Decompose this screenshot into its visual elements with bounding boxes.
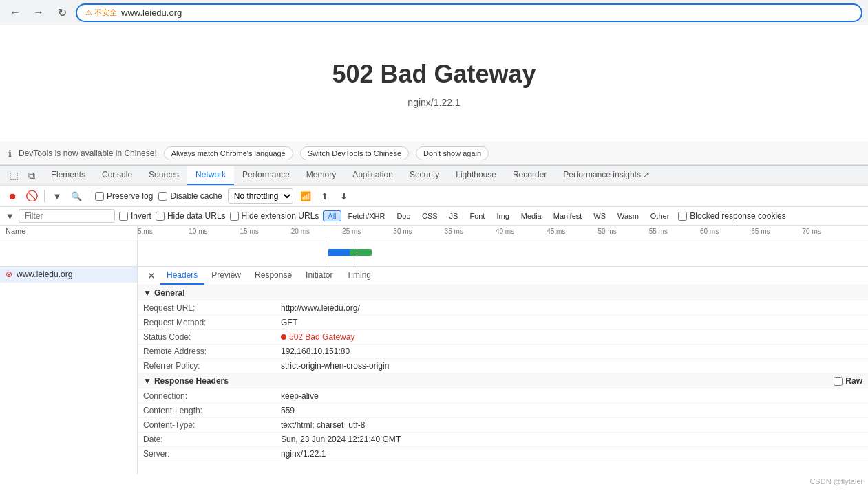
status-dot (281, 334, 286, 340)
prop-name-content-length: Content-Length: (143, 406, 281, 415)
detail-tab-initiator[interactable]: Initiator (299, 267, 339, 285)
detail-tab-timing[interactable]: Timing (339, 267, 378, 285)
prop-name-date: Date: (143, 435, 281, 444)
close-detail-button[interactable]: ✕ (143, 269, 160, 283)
import-btn[interactable]: ⬆ (318, 189, 332, 203)
blocked-cookies-label[interactable]: Blocked response cookies (678, 211, 785, 221)
name-column-header: Name (0, 226, 138, 239)
filter-type-wasm[interactable]: Wasm (613, 210, 644, 221)
hide-extension-urls-checkbox[interactable] (230, 212, 239, 221)
request-list: ⊗ www.leiedu.org (0, 267, 138, 474)
prop-value-content-type: text/html; charset=utf-8 (281, 420, 862, 430)
tick-35ms: 35 ms (445, 228, 463, 235)
prop-value-date: Sun, 23 Jun 2024 12:21:40 GMT (281, 435, 862, 444)
filter-type-media[interactable]: Media (516, 210, 547, 221)
hide-extension-urls-label[interactable]: Hide extension URLs (230, 211, 319, 221)
detail-tab-preview[interactable]: Preview (204, 267, 248, 285)
prop-value-url: http://www.leiedu.org/ (281, 303, 862, 313)
raw-text: Raw (845, 376, 862, 386)
network-toolbar: ⏺ 🚫 ▼ 🔍 Preserve log Disable cache No th… (0, 186, 868, 207)
raw-label[interactable]: Raw (834, 376, 862, 386)
timeline-marker-2 (357, 241, 357, 265)
general-title: General (154, 288, 185, 298)
tab-application[interactable]: Application (344, 166, 401, 185)
filter-type-font[interactable]: Font (465, 210, 489, 221)
blocked-cookies-checkbox[interactable] (678, 212, 687, 221)
tab-recorder[interactable]: Recorder (505, 166, 555, 185)
back-button[interactable]: ← (6, 3, 25, 22)
request-item-name: www.leiedu.org (17, 270, 72, 279)
filter-type-css[interactable]: CSS (417, 210, 443, 221)
page-content: 502 Bad Gateway nginx/1.22.1 (0, 25, 868, 142)
tab-console[interactable]: Console (94, 166, 140, 185)
forward-button[interactable]: → (29, 3, 48, 22)
filter-type-ws[interactable]: WS (589, 210, 611, 221)
clear-button[interactable]: 🚫 (25, 189, 39, 203)
prop-name-referrer: Referrer Policy: (143, 361, 281, 371)
disable-cache-checkbox[interactable] (158, 192, 167, 201)
tab-performance[interactable]: Performance (234, 166, 298, 185)
preserve-log-label[interactable]: Preserve log (95, 191, 153, 201)
tab-performance-insights[interactable]: Performance insights ↗ (555, 166, 658, 185)
tab-network[interactable]: Network (187, 166, 234, 185)
hide-data-urls-label[interactable]: Hide data URLs (156, 211, 226, 221)
device-icon-btn[interactable]: ⧉ (23, 167, 40, 184)
filter-type-img[interactable]: Img (491, 210, 514, 221)
prop-value-connection: keep-alive (281, 391, 862, 401)
preserve-log-text: Preserve log (107, 191, 153, 201)
prop-row-remote: Remote Address: 192.168.10.151:80 (138, 345, 868, 359)
filter-type-manifest[interactable]: Manifest (549, 210, 587, 221)
preserve-log-checkbox[interactable] (95, 192, 104, 201)
export-btn[interactable]: ⬇ (337, 189, 351, 203)
request-panel: ⊗ www.leiedu.org ✕ Headers Preview Respo… (0, 267, 868, 474)
filter-type-js[interactable]: JS (445, 210, 463, 221)
tab-memory[interactable]: Memory (298, 166, 344, 185)
separator-2 (89, 190, 89, 202)
tab-elements[interactable]: Elements (43, 166, 94, 185)
tab-sources[interactable]: Sources (140, 166, 187, 185)
hide-extension-urls-text: Hide extension URLs (242, 211, 319, 221)
response-headers-section-header: ▼ Response Headers Raw (138, 373, 868, 389)
disable-cache-label[interactable]: Disable cache (158, 191, 222, 201)
inspect-icon-btn[interactable]: ⬚ (6, 167, 22, 184)
record-button[interactable]: ⏺ (6, 189, 19, 203)
timeline-name-spacer (0, 239, 138, 266)
prop-name-content-type: Content-Type: (143, 420, 281, 430)
filter-type-fetchxhr[interactable]: Fetch/XHR (343, 210, 390, 221)
tick-65ms: 65 ms (751, 228, 770, 235)
filter-icon-btn[interactable]: ▼ (50, 189, 64, 203)
throttle-select[interactable]: No throttling (228, 188, 293, 204)
hide-data-urls-checkbox[interactable] (156, 212, 165, 221)
security-warning: ⚠ 不安全 (85, 8, 117, 18)
prop-value-referrer: strict-origin-when-cross-origin (281, 361, 862, 371)
timeline-marker-1 (328, 241, 328, 265)
banner-btn-language[interactable]: Always match Chrome's language (164, 146, 293, 160)
filter-type-other[interactable]: Other (646, 210, 675, 221)
timeline-header-row: Name 5 ms 10 ms 15 ms 20 ms 25 ms 30 ms … (0, 226, 868, 239)
request-item-leiedu[interactable]: ⊗ www.leiedu.org (0, 267, 137, 283)
search-icon-btn[interactable]: 🔍 (70, 189, 83, 203)
online-icon-btn[interactable]: 📶 (299, 189, 313, 203)
refresh-button[interactable]: ↻ (52, 3, 72, 22)
address-bar[interactable]: ⚠ 不安全 www.leiedu.org (76, 3, 862, 22)
filter-type-doc[interactable]: Doc (392, 210, 415, 221)
timeline-bar-area (0, 239, 868, 267)
tab-lighthouse[interactable]: Lighthouse (447, 166, 505, 185)
filter-icon: ▼ (6, 211, 14, 221)
detail-panel: ✕ Headers Preview Response Initiator Tim… (138, 267, 868, 474)
filter-type-all[interactable]: All (323, 210, 341, 221)
tick-40ms: 40 ms (496, 228, 514, 235)
response-headers-section-body: Connection: keep-alive Content-Length: 5… (138, 389, 868, 461)
invert-checkbox[interactable] (119, 212, 128, 221)
detail-tab-headers[interactable]: Headers (160, 267, 204, 285)
banner-btn-switch[interactable]: Switch DevTools to Chinese (300, 146, 409, 160)
prop-name-method: Request Method: (143, 318, 281, 327)
banner-btn-dismiss[interactable]: Don't show again (416, 146, 489, 160)
detail-tab-response[interactable]: Response (248, 267, 299, 285)
filter-input[interactable] (19, 209, 115, 223)
collapse-icon-general: ▼ (143, 288, 151, 298)
invert-label[interactable]: Invert (119, 211, 151, 221)
tab-security[interactable]: Security (401, 166, 447, 185)
raw-checkbox[interactable] (834, 377, 843, 386)
page-title: 502 Bad Gateway (332, 60, 536, 89)
